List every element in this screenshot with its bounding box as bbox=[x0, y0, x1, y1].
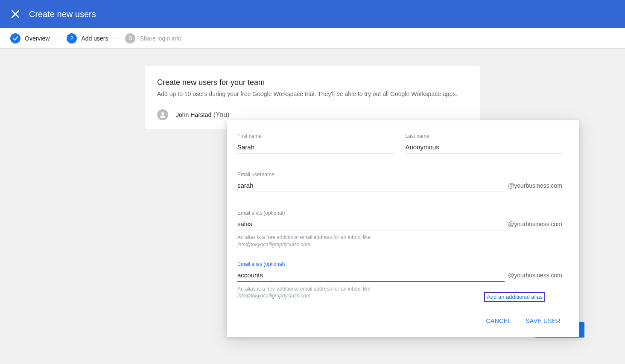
cancel-button[interactable]: CANCEL bbox=[485, 315, 513, 327]
create-users-card: Create new users for your team Add up to… bbox=[145, 66, 480, 129]
domain-suffix: @yourbusiness.com bbox=[505, 221, 562, 229]
avatar-icon bbox=[157, 109, 168, 120]
email-alias-2-field: Email alias (optional) @yourbusiness.com… bbox=[237, 261, 562, 300]
step-overview[interactable]: Overview bbox=[10, 33, 50, 44]
add-additional-alias-button[interactable]: Add an additional alias bbox=[484, 292, 545, 302]
first-name-field: First name bbox=[237, 133, 394, 154]
email-alias-2-input[interactable] bbox=[237, 270, 505, 282]
email-username-field: Email username @yourbusiness.com bbox=[237, 172, 562, 192]
svg-point-0 bbox=[161, 112, 164, 115]
you-indicator: (You) bbox=[213, 111, 230, 118]
header-bar: Create new users bbox=[0, 0, 625, 28]
step-label: Share login info bbox=[140, 35, 181, 42]
close-icon[interactable] bbox=[10, 9, 20, 19]
first-name-input[interactable] bbox=[237, 142, 394, 154]
check-icon bbox=[10, 33, 20, 44]
last-name-input[interactable] bbox=[406, 142, 563, 154]
user-name: John Harstad bbox=[176, 111, 211, 118]
step-separator bbox=[112, 38, 121, 38]
email-alias-2-label: Email alias (optional) bbox=[237, 261, 562, 267]
first-name-label: First name bbox=[237, 133, 394, 139]
last-name-label: Last name bbox=[406, 133, 563, 139]
step-label: Overview bbox=[25, 35, 50, 42]
domain-suffix: @yourbusiness.com bbox=[505, 182, 562, 191]
email-alias-1-input[interactable] bbox=[237, 218, 505, 230]
step-share-login[interactable]: 3 Share login info bbox=[125, 33, 181, 44]
card-title: Create new users for your team bbox=[157, 78, 468, 87]
add-user-panel: First name Last name Email username @you… bbox=[227, 120, 579, 337]
step-add-users[interactable]: 2 Add users bbox=[67, 33, 108, 44]
step-label: Add users bbox=[81, 35, 108, 42]
email-username-label: Email username bbox=[237, 172, 562, 178]
email-alias-1-label: Email alias (optional) bbox=[237, 210, 562, 216]
save-user-button[interactable]: SAVE USER bbox=[524, 315, 562, 327]
existing-user-row: John Harstad (You) bbox=[157, 109, 468, 120]
email-username-input[interactable] bbox=[237, 180, 505, 192]
step-number: 3 bbox=[125, 33, 135, 44]
email-alias-1-field: Email alias (optional) @yourbusiness.com… bbox=[237, 210, 562, 248]
alias-hint: An alias is a free additional email addr… bbox=[237, 234, 562, 248]
panel-actions: CANCEL SAVE USER bbox=[237, 315, 562, 327]
stepper: Overview 2 Add users 3 Share login info bbox=[0, 28, 625, 49]
user-label: John Harstad (You) bbox=[176, 111, 229, 119]
page-title: Create new users bbox=[29, 9, 96, 19]
step-number: 2 bbox=[67, 33, 77, 44]
step-separator bbox=[54, 38, 62, 38]
last-name-field: Last name bbox=[406, 133, 563, 154]
domain-suffix: @yourbusiness.com bbox=[505, 272, 562, 280]
card-subtitle: Add up to 10 users during your free Goog… bbox=[157, 90, 468, 97]
